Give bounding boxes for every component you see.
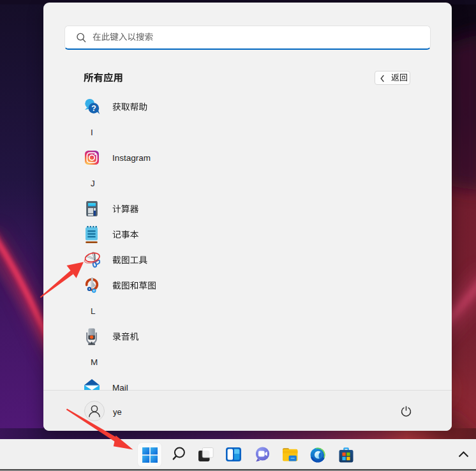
svg-text:?: ? <box>91 104 96 113</box>
